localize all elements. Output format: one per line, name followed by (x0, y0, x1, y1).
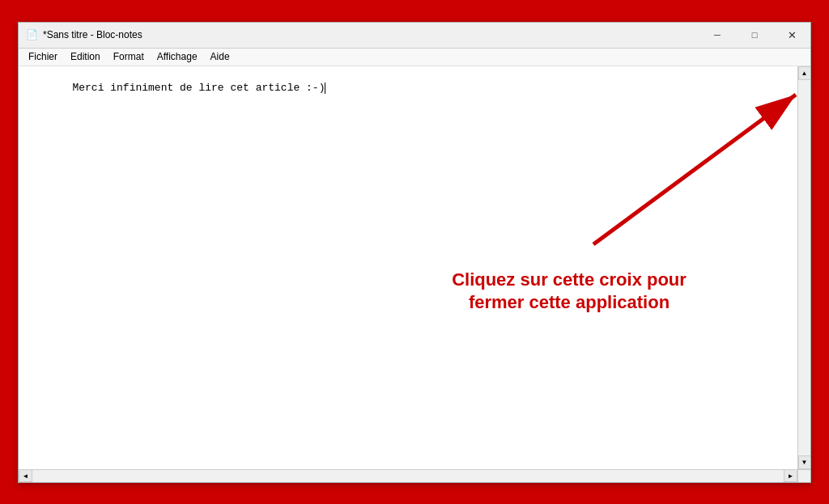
arrow-svg (383, 83, 810, 293)
window-controls: ─ □ ✕ (699, 22, 810, 48)
vertical-scrollbar[interactable]: ▲ ▼ (797, 66, 810, 469)
annotation-overlay: Cliquez sur cette croix pour fermer cett… (19, 66, 810, 482)
scroll-right-button[interactable]: ► (784, 469, 797, 482)
scroll-up-button[interactable]: ▲ (798, 66, 811, 80)
window-title: *Sans titre - Bloc-notes (43, 29, 142, 40)
cursor (325, 83, 325, 94)
annotation-text: Cliquez sur cette croix pour fermer cett… (440, 269, 699, 315)
maximize-button[interactable]: □ (736, 22, 773, 48)
svg-line-1 (593, 95, 796, 244)
menu-affichage[interactable]: Affichage (151, 49, 204, 64)
menu-bar: Fichier Edition Format Affichage Aide (19, 49, 810, 66)
annotation-label: Cliquez sur cette croix pour fermer cett… (452, 269, 687, 313)
horizontal-scrollbar[interactable]: ◄ ► (19, 469, 797, 482)
close-button[interactable]: ✕ (773, 22, 810, 48)
editor-area[interactable]: Merci infiniment de lire cet article :-)… (19, 66, 810, 482)
editor-text: Merci infiniment de lire cet article :-) (72, 82, 325, 94)
scroll-track-vertical (798, 80, 810, 455)
scroll-down-button[interactable]: ▼ (798, 455, 811, 469)
scroll-left-button[interactable]: ◄ (19, 469, 32, 482)
notepad-icon: 📄 (25, 28, 38, 41)
minimize-button[interactable]: ─ (699, 22, 736, 48)
notepad-window: 📄 *Sans titre - Bloc-notes ─ □ ✕ Fichier… (18, 22, 811, 483)
menu-aide[interactable]: Aide (204, 49, 236, 64)
outer-frame: 📄 *Sans titre - Bloc-notes ─ □ ✕ Fichier… (14, 18, 815, 487)
scroll-track-horizontal (32, 470, 784, 482)
title-bar-left: 📄 *Sans titre - Bloc-notes (25, 28, 142, 41)
editor-content: Merci infiniment de lire cet article :-) (22, 70, 325, 106)
menu-edition[interactable]: Edition (64, 49, 107, 64)
menu-format[interactable]: Format (107, 49, 151, 64)
menu-fichier[interactable]: Fichier (22, 49, 64, 64)
title-bar: 📄 *Sans titre - Bloc-notes ─ □ ✕ (19, 23, 810, 49)
scroll-corner (797, 469, 810, 482)
